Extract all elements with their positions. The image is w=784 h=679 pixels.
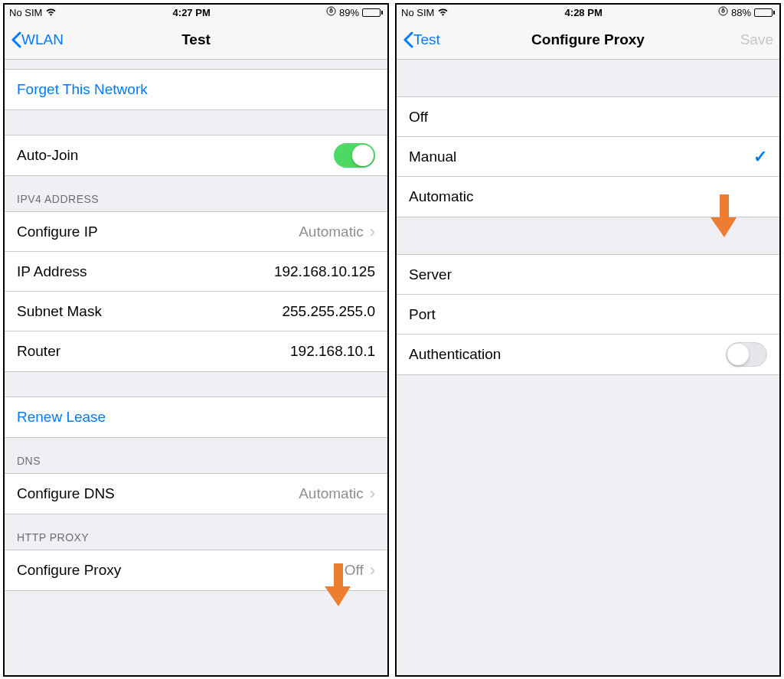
status-bar: No SIM 4:27 PM 89% (5, 5, 387, 20)
wifi-icon (45, 7, 57, 18)
auto-join-row[interactable]: Auto-Join (5, 135, 387, 175)
configure-proxy-row[interactable]: Configure Proxy Off› (5, 550, 387, 590)
configure-dns-row[interactable]: Configure DNS Automatic› (5, 474, 387, 514)
battery-icon (754, 8, 775, 17)
server-row[interactable]: Server (397, 255, 779, 295)
chevron-left-icon (403, 31, 413, 48)
orientation-lock-icon (718, 6, 728, 18)
configure-ip-value: Automatic (299, 224, 363, 240)
authentication-label: Authentication (409, 346, 501, 363)
chevron-left-icon (11, 31, 21, 48)
back-button[interactable]: Test (403, 31, 440, 48)
ipv4-header: IPV4 ADDRESS (5, 176, 387, 211)
dns-header: DNS (5, 438, 387, 473)
configure-ip-row[interactable]: Configure IP Automatic› (5, 212, 387, 252)
auto-join-label: Auto-Join (17, 147, 78, 164)
carrier-label: No SIM (401, 7, 434, 18)
battery-pct: 88% (731, 7, 751, 18)
proxy-mode-off[interactable]: Off (397, 97, 779, 137)
authentication-toggle[interactable] (726, 342, 767, 367)
orientation-lock-icon (326, 6, 336, 18)
phone-right: No SIM 4:28 PM 88% Test Configure Proxy … (395, 3, 781, 677)
nav-bar: WLAN Test (5, 20, 387, 60)
port-label: Port (409, 306, 436, 323)
ip-address-row: IP Address 192.168.10.125 (5, 252, 387, 292)
subnet-mask-value: 255.255.255.0 (282, 303, 375, 320)
auto-join-toggle[interactable] (334, 143, 375, 168)
configure-proxy-label: Configure Proxy (17, 562, 121, 579)
wifi-icon (437, 7, 449, 18)
back-label: Test (413, 31, 440, 48)
proxy-mode-manual[interactable]: Manual ✓ (397, 137, 779, 177)
nav-title: Test (181, 31, 211, 48)
configure-ip-label: Configure IP (17, 224, 98, 240)
ip-address-label: IP Address (17, 263, 87, 280)
checkmark-icon: ✓ (753, 147, 767, 167)
http-proxy-header: HTTP PROXY (5, 514, 387, 550)
phone-left: No SIM 4:27 PM 89% WLAN Test Forget This… (3, 3, 389, 677)
subnet-mask-label: Subnet Mask (17, 303, 102, 320)
status-bar: No SIM 4:28 PM 88% (397, 5, 779, 20)
configure-dns-label: Configure DNS (17, 485, 115, 502)
proxy-mode-off-label: Off (409, 109, 428, 126)
ip-address-value: 192.168.10.125 (274, 263, 375, 280)
configure-proxy-value: Off (345, 562, 364, 579)
status-time: 4:27 PM (173, 7, 211, 18)
back-label: WLAN (21, 31, 64, 48)
renew-lease-label: Renew Lease (17, 409, 106, 426)
carrier-label: No SIM (9, 7, 42, 18)
chevron-right-icon: › (370, 484, 375, 504)
proxy-mode-automatic-label: Automatic (409, 188, 473, 205)
nav-bar: Test Configure Proxy Save (397, 20, 779, 60)
renew-lease[interactable]: Renew Lease (5, 397, 387, 437)
battery-icon (362, 8, 383, 17)
back-button[interactable]: WLAN (11, 31, 64, 48)
proxy-mode-automatic[interactable]: Automatic (397, 177, 779, 217)
status-time: 4:28 PM (565, 7, 603, 18)
proxy-mode-manual-label: Manual (409, 149, 456, 165)
chevron-right-icon: › (370, 222, 375, 242)
forget-network[interactable]: Forget This Network (5, 70, 387, 109)
router-row: Router 192.168.10.1 (5, 331, 387, 371)
nav-title: Configure Proxy (531, 31, 645, 48)
router-value: 192.168.10.1 (290, 343, 375, 360)
battery-pct: 89% (339, 7, 359, 18)
save-button[interactable]: Save (740, 31, 773, 48)
server-label: Server (409, 266, 452, 283)
authentication-row[interactable]: Authentication (397, 335, 779, 374)
configure-dns-value: Automatic (299, 485, 363, 502)
chevron-right-icon: › (370, 560, 375, 580)
forget-network-label: Forget This Network (17, 81, 148, 98)
router-label: Router (17, 343, 60, 360)
port-row[interactable]: Port (397, 295, 779, 335)
subnet-mask-row: Subnet Mask 255.255.255.0 (5, 292, 387, 331)
